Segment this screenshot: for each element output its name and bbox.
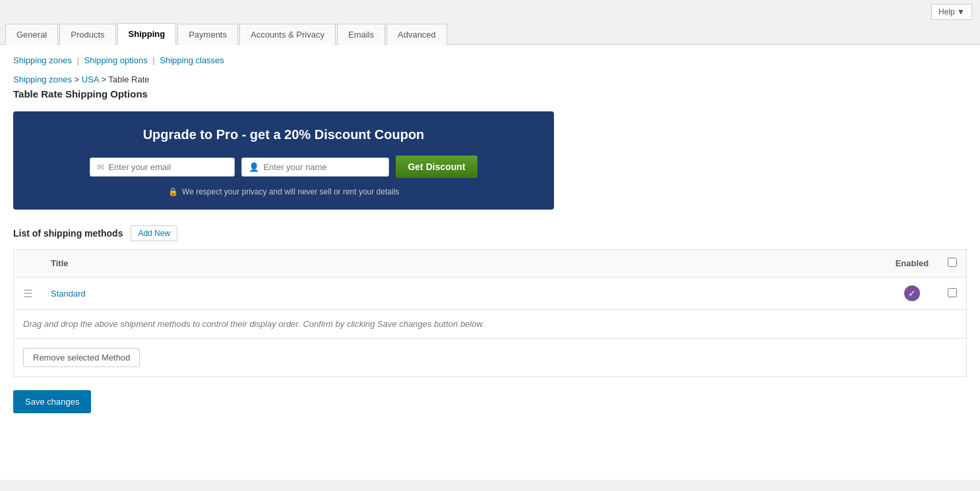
save-changes-button[interactable]: Save changes [13, 390, 91, 413]
tab-emails[interactable]: Emails [337, 24, 385, 45]
drag-hint-row: Drag and drop the above shipment methods… [14, 310, 967, 339]
row-checkbox[interactable] [948, 288, 957, 297]
page-title: Table Rate Shipping Options [13, 88, 967, 100]
breadcrumb-sep1: > [75, 74, 82, 84]
remove-selected-button[interactable]: Remove selected Method [23, 348, 140, 367]
tab-advanced[interactable]: Advanced [386, 24, 447, 45]
main-content: Shipping zones | Shipping options | Ship… [0, 45, 980, 480]
sub-nav: Shipping zones | Shipping options | Ship… [13, 55, 967, 65]
subnav-zones-link[interactable]: Shipping zones [13, 55, 72, 65]
tab-payments[interactable]: Payments [177, 24, 238, 45]
header-checkbox[interactable] [948, 258, 957, 267]
add-new-button[interactable]: Add New [131, 225, 177, 241]
table-row: ☰ Standard ✓ [14, 277, 967, 310]
subnav-options-link[interactable]: Shipping options [84, 55, 148, 65]
table-header-row: Title Enabled [14, 250, 967, 277]
email-input-wrap: ✉ [90, 158, 235, 177]
breadcrumb: Shipping zones > USA > Table Rate [13, 74, 967, 84]
help-button[interactable]: Help ▼ [931, 4, 972, 20]
breadcrumb-zones-link[interactable]: Shipping zones [13, 74, 72, 84]
name-input-wrap: 👤 [241, 158, 389, 177]
standard-link[interactable]: Standard [51, 289, 86, 299]
breadcrumb-sep2: > [101, 74, 108, 84]
remove-btn-cell: Remove selected Method [14, 339, 967, 377]
subnav-sep2: | [152, 55, 157, 65]
promo-banner: Upgrade to Pro - get a 20% Discount Coup… [13, 111, 554, 210]
promo-privacy: 🔒 We respect your privacy and will never… [26, 187, 541, 196]
breadcrumb-usa-link[interactable]: USA [82, 74, 99, 84]
row-title-cell: Standard [42, 277, 886, 310]
promo-form: ✉ 👤 Get Discount [26, 156, 541, 178]
promo-heading: Upgrade to Pro - get a 20% Discount Coup… [26, 127, 541, 142]
email-icon: ✉ [97, 162, 104, 172]
row-enabled-cell: ✓ [886, 277, 938, 310]
name-input[interactable] [263, 162, 382, 172]
tab-products[interactable]: Products [59, 24, 115, 45]
tab-shipping[interactable]: Shipping [117, 23, 177, 45]
drag-handle[interactable]: ☰ [14, 277, 42, 310]
shipping-methods-header: List of shipping methods Add New [13, 225, 967, 241]
tabs-container: General Products Shipping Payments Accou… [0, 20, 980, 45]
email-input[interactable] [108, 162, 227, 172]
shipping-table: Title Enabled ☰ Standard ✓ [13, 249, 967, 377]
top-bar: Help ▼ [0, 0, 980, 20]
lock-icon: 🔒 [168, 187, 178, 196]
drag-hint-text: Drag and drop the above shipment methods… [14, 310, 967, 339]
subnav-classes-link[interactable]: Shipping classes [160, 55, 224, 65]
drag-col-header [14, 250, 42, 277]
privacy-text: We respect your privacy and will never s… [182, 187, 399, 196]
row-checkbox-cell [938, 277, 967, 310]
checkbox-col-header [938, 250, 967, 277]
enabled-col-header: Enabled [886, 250, 938, 277]
breadcrumb-current: Table Rate [108, 74, 149, 84]
remove-btn-row: Remove selected Method [14, 339, 967, 377]
shipping-methods-title: List of shipping methods [13, 228, 123, 239]
title-col-header: Title [42, 250, 886, 277]
tab-accounts-privacy[interactable]: Accounts & Privacy [239, 24, 336, 45]
get-discount-button[interactable]: Get Discount [396, 156, 477, 178]
tab-general[interactable]: General [5, 24, 58, 45]
enabled-checkmark: ✓ [904, 285, 920, 301]
subnav-sep1: | [77, 55, 82, 65]
person-icon: 👤 [249, 162, 259, 172]
